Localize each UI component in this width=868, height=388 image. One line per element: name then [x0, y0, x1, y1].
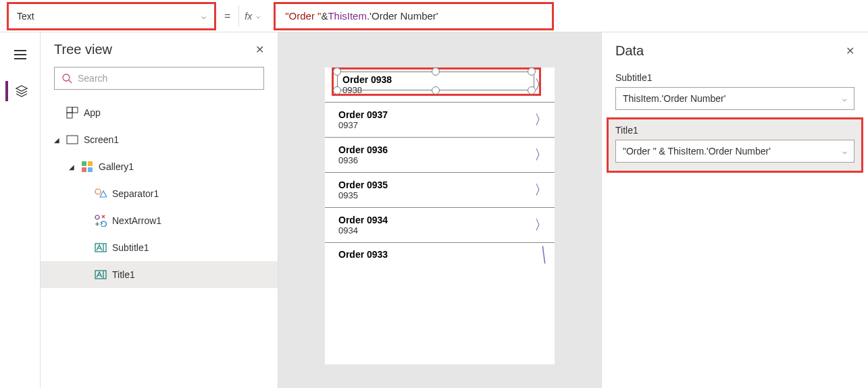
property-dropdown[interactable]: Text ⌵	[7, 2, 216, 30]
formula-token-property: 'Order Number'	[369, 10, 438, 22]
data-field-label: Title1	[615, 125, 854, 136]
svg-point-10	[95, 189, 101, 194]
tree-view-title: Tree view	[54, 42, 112, 57]
row-title: Order 0935	[338, 179, 388, 190]
chevron-right-icon[interactable]: 〉	[534, 76, 548, 94]
close-icon[interactable]: ✕	[255, 43, 264, 56]
tree-item-label: App	[84, 107, 101, 118]
screen-icon	[66, 134, 78, 146]
svg-rect-5	[67, 136, 78, 144]
svg-point-0	[63, 74, 70, 81]
chevron-down-icon: ⌵	[201, 11, 206, 21]
tree-item-label: Separator1	[112, 188, 159, 199]
data-panel-title: Data	[615, 43, 644, 59]
formula-bar: Text ⌵ = fx ⌵ "Order " & ThisItem . 'Ord…	[0, 0, 868, 32]
gallery-row[interactable]: Order 0937 0937 〉	[325, 103, 555, 138]
chevron-down-icon: ⌵	[842, 147, 847, 156]
row-title: Order 0938	[342, 74, 392, 85]
tree-view-rail-button[interactable]	[5, 81, 32, 101]
row-subtitle: 0934	[338, 225, 388, 235]
data-field-select[interactable]: ThisItem.'Order Number' ⌵	[615, 87, 854, 110]
svg-rect-3	[72, 107, 78, 113]
phone-screen: Order 0938 0938 〉 Order 0937 0937 〉 Orde…	[325, 67, 555, 364]
tree-item-label: Subtitle1	[112, 242, 149, 253]
data-field-subtitle1: Subtitle1 ThisItem.'Order Number' ⌵	[615, 72, 854, 110]
chevron-right-icon[interactable]: 〉	[534, 181, 548, 199]
tree-item-gallery[interactable]: ◢ Gallery1	[41, 153, 278, 180]
formula-token-operator: &	[321, 10, 328, 22]
tree-item-label: Gallery1	[99, 161, 134, 172]
search-input[interactable]: Search	[54, 67, 264, 90]
tree-item-label: Screen1	[84, 134, 119, 145]
row-subtitle: 0938	[342, 85, 392, 95]
row-subtitle: 0936	[338, 155, 388, 165]
row-title: Order 0934	[338, 215, 388, 225]
svg-rect-6	[82, 161, 86, 166]
tree-item-screen[interactable]: ◢ Screen1	[41, 126, 278, 153]
label-icon	[95, 242, 107, 254]
formula-token-object: ThisItem	[328, 10, 367, 22]
icons-icon	[95, 215, 107, 227]
gallery-row[interactable]: Order 0933 ╲	[325, 243, 555, 266]
data-field-value: "Order " & ThisItem.'Order Number'	[623, 146, 771, 157]
chevron-down-icon: ⌵	[256, 12, 260, 20]
gallery-row[interactable]: Order 0934 0934 〉	[325, 208, 555, 243]
property-dropdown-value: Text	[17, 11, 34, 22]
svg-line-1	[69, 80, 72, 83]
app-icon	[66, 107, 78, 119]
search-icon	[61, 73, 72, 84]
chevron-down-icon: ⌵	[842, 94, 847, 103]
row-subtitle: 0935	[338, 190, 388, 200]
gallery-row[interactable]: Order 0938 0938 〉	[325, 67, 555, 103]
gallery-row[interactable]: Order 0936 0936 〉	[325, 138, 555, 173]
chevron-right-icon[interactable]: 〉	[534, 216, 548, 234]
tree-item-label: Title1	[112, 269, 135, 280]
row-title: Order 0933	[338, 249, 388, 260]
tree-item-label: NextArrow1	[112, 215, 161, 226]
row-title: Order 0936	[338, 144, 388, 155]
resize-handle[interactable]	[432, 86, 440, 94]
resize-handle[interactable]	[528, 86, 536, 94]
tree-item-app[interactable]: App	[41, 99, 278, 126]
fx-button[interactable]: fx ⌵	[238, 5, 265, 27]
chevron-down-icon: ◢	[54, 136, 61, 144]
close-icon[interactable]: ✕	[846, 45, 854, 57]
tree-item-subtitle[interactable]: Subtitle1	[41, 234, 278, 261]
canvas-area[interactable]: Order 0938 0938 〉 Order 0937 0937 〉 Orde…	[278, 32, 601, 388]
svg-rect-9	[88, 167, 93, 172]
fx-label: fx	[245, 11, 252, 22]
chevron-right-icon[interactable]: 〉	[534, 111, 548, 129]
hamburger-button[interactable]	[7, 45, 34, 65]
data-panel: Data ✕ Subtitle1 ThisItem.'Order Number'…	[601, 32, 868, 388]
resize-handle[interactable]	[528, 67, 536, 76]
tree-view-panel: Tree view ✕ Search App ◢	[41, 32, 278, 388]
tree-item-separator[interactable]: Separator1	[41, 180, 278, 207]
hamburger-icon	[14, 50, 26, 59]
label-icon	[95, 269, 107, 281]
tree-item-title[interactable]: Title1	[41, 261, 278, 288]
tree-list: App ◢ Screen1 ◢ Gallery1 Sep	[41, 99, 278, 288]
data-field-label: Subtitle1	[615, 72, 854, 83]
equals-sign: =	[224, 10, 230, 22]
formula-input[interactable]: "Order " & ThisItem . 'Order Number'	[274, 2, 554, 30]
svg-rect-4	[67, 113, 72, 118]
chevron-down-icon: ◢	[69, 163, 76, 171]
gallery-row[interactable]: Order 0935 0935 〉	[325, 173, 555, 208]
chevron-right-icon[interactable]: ╲	[537, 246, 550, 264]
row-subtitle: 0937	[338, 120, 388, 130]
left-rail	[0, 32, 41, 388]
svg-rect-2	[67, 107, 72, 113]
resize-handle[interactable]	[432, 67, 440, 76]
data-field-select[interactable]: "Order " & ThisItem.'Order Number' ⌵	[615, 140, 854, 163]
tree-item-nextarrow[interactable]: NextArrow1	[41, 207, 278, 234]
resize-handle[interactable]	[333, 67, 341, 76]
data-field-value: ThisItem.'Order Number'	[623, 93, 725, 104]
resize-handle[interactable]	[333, 86, 341, 94]
gallery-icon	[81, 161, 93, 173]
data-field-title1: Title1 "Order " & ThisItem.'Order Number…	[607, 117, 863, 173]
search-placeholder: Search	[78, 73, 107, 84]
row-title: Order 0937	[338, 109, 388, 120]
svg-rect-8	[82, 167, 86, 172]
formula-token-string: "Order "	[285, 10, 321, 22]
chevron-right-icon[interactable]: 〉	[534, 146, 548, 164]
